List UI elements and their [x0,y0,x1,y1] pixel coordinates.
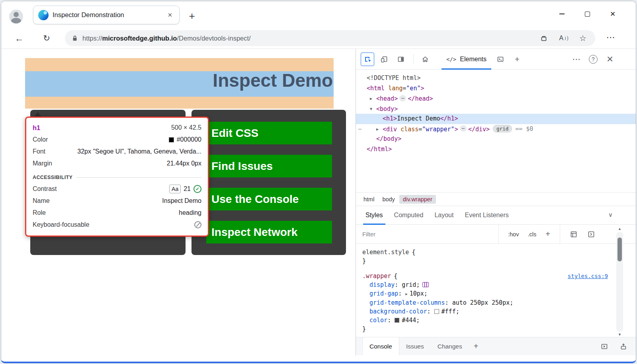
tab-elements[interactable]: </> Elements [439,49,494,70]
tab-event-listeners[interactable]: Event Listeners [459,206,514,224]
tree-collapsed-icon[interactable]: ▶ [370,93,376,104]
back-button[interactable]: ← [11,30,27,46]
content-area: Inspect Demo Edit CSSFind IssuesUse the … [1,49,636,355]
dom-node-line[interactable]: <!DOCTYPE html> [356,73,636,84]
devtools-menu-icon[interactable]: ⋯ [570,53,583,66]
css-property[interactable]: color: #444; [362,316,608,325]
add-tab-icon[interactable]: + [510,53,524,66]
scroll-up-icon[interactable]: ▲ [616,226,623,232]
dom-node-line[interactable]: ⋯▶<div class="wrapper">⋯</div>grid== $0 [356,124,636,134]
tree-expanded-icon[interactable]: ▼ [370,104,376,114]
element-style-selector: element.style [362,249,409,256]
dom-token-tag: > [420,85,424,92]
drawer-tab-issues[interactable]: Issues [399,337,431,355]
wrapper-rule-header[interactable]: .wrapper{ styles.css:9 [362,272,608,280]
node-menu-dots-icon[interactable]: ⋯ [358,124,361,134]
color-swatch[interactable] [395,318,399,323]
demo-button[interactable]: Inspect Network [206,221,332,243]
address-bar: ← ↻ https://microsoftedge.github.io/Demo… [1,27,636,49]
expand-drawer-icon[interactable] [617,341,629,352]
devtools-close-icon[interactable]: ✕ [603,53,617,66]
tab-close-icon[interactable]: ✕ [166,11,174,19]
collections-icon[interactable] [540,34,548,42]
url-host: microsoftedge.github.io [102,35,177,42]
dom-node-line[interactable]: ▼<body> [356,104,636,114]
scrollbar-track[interactable] [616,232,623,331]
profile-avatar[interactable] [9,10,23,23]
dom-token-attr: class [397,125,418,132]
dock-side-icon[interactable] [394,53,408,66]
color-swatch [169,137,174,142]
new-tab-button[interactable]: + [186,10,198,22]
reload-button[interactable]: ↻ [39,30,55,46]
dom-token-tag: <h1> [383,115,397,122]
grid-editor-icon[interactable] [422,282,429,287]
demo-button[interactable]: Find Issues [206,155,332,177]
dom-node-line[interactable]: </body> [356,134,636,144]
name-label: Name [33,197,50,204]
help-icon[interactable]: ? [586,53,600,66]
favorites-star-icon[interactable]: ☆ [579,33,586,43]
dom-node-line[interactable]: ▶<head>⋯</head> [356,93,636,104]
drawer-bar: ConsoleIssuesChanges + [356,337,636,355]
open-styles-panel-icon[interactable] [586,229,597,240]
styles-scrollbar[interactable]: ▲ ▼ [616,226,623,338]
css-property[interactable]: grid-gap: ▶10px; [362,289,608,298]
tab-computed[interactable]: Computed [389,206,429,224]
demo-button[interactable]: Edit CSS [206,122,332,144]
wrapper-selector: .wrapper [362,273,391,280]
scrollbar-thumb[interactable] [617,237,622,261]
pseudo-hover-toggle[interactable]: :hov [508,231,519,237]
maximize-button[interactable] [574,5,600,23]
dom-node-line[interactable]: <h1>Inspect Demo</h1> [356,114,636,124]
minimize-button[interactable] [549,5,574,23]
browser-tab[interactable]: Inspector Demonstration ✕ [33,6,180,24]
scroll-down-icon[interactable]: ▼ [616,331,623,338]
not-focusable-icon [194,221,201,228]
dom-token-ellipsis[interactable]: ⋯ [399,95,406,101]
computed-styles-sidebar-icon[interactable] [568,229,579,240]
dom-token-tag: </body> [376,135,401,142]
css-property[interactable]: grid-template-columns: auto 250px 250px; [362,298,608,307]
inspect-element-icon[interactable] [361,53,374,66]
url-bar[interactable]: https://microsoftedge.github.io/Demos/de… [65,30,595,46]
device-emulation-icon[interactable] [377,53,391,66]
drawer-tab-console[interactable]: Console [362,337,399,355]
browser-menu-icon[interactable]: ⋯ [604,32,617,43]
welcome-home-icon[interactable] [418,53,432,66]
drawer-sidebar-icon[interactable] [598,341,610,352]
color-swatch[interactable] [434,309,439,314]
stylesheet-link[interactable]: styles.css:9 [568,272,608,280]
breadcrumb-item[interactable]: div.wrapper [399,195,436,204]
expand-shorthand-icon[interactable]: ▶ [405,292,407,296]
dom-token-tag: > [455,125,458,132]
tooltip-name-row: Name Inspect Demo [33,195,201,207]
class-toggle[interactable]: .cls [528,231,536,237]
tab-styles[interactable]: Styles [360,206,389,224]
drawer-add-tab-icon[interactable]: + [474,342,479,351]
demo-button-list: Edit CSSFind IssuesUse the ConsoleInspec… [191,122,346,243]
breadcrumb-item[interactable]: html [360,195,378,204]
drawer-tab-changes[interactable]: Changes [431,337,469,355]
dom-node-line[interactable]: </html> [356,144,636,155]
demo-button[interactable]: Use the Console [206,188,332,210]
css-property-value: #444 [402,317,416,324]
element-style-rule[interactable]: element.style{ [362,248,608,257]
chevron-down-icon[interactable]: ∨ [608,211,613,218]
console-drawer-icon[interactable] [494,53,507,66]
css-property[interactable]: background-color: #fff; [362,307,608,316]
breadcrumb-item[interactable]: body [379,195,398,204]
dom-token-tag: <div [383,125,397,132]
styles-filter-input[interactable] [362,228,494,240]
dom-token-ellipsis[interactable]: ⋯ [460,125,467,132]
tree-collapsed-icon[interactable]: ▶ [376,124,383,134]
new-style-rule-icon[interactable]: + [545,230,550,239]
dom-token-badge[interactable]: grid [493,125,512,132]
dom-token-tag: <body> [376,105,398,112]
read-aloud-icon[interactable]: A [559,35,568,42]
window-close-button[interactable]: ✕ [600,5,625,23]
accessibility-title: ACCESSIBILITY [33,175,72,180]
dom-node-line[interactable]: <html lang="en"> [356,84,636,94]
css-property[interactable]: display: grid; [362,280,608,289]
tab-layout[interactable]: Layout [429,206,459,224]
